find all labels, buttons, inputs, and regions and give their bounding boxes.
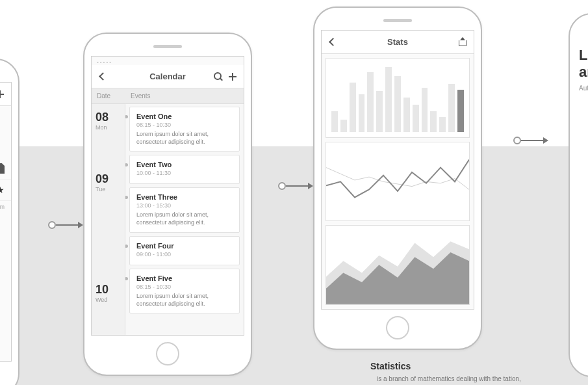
- article-title-fragment: Lore ame: [579, 47, 588, 81]
- event-card[interactable]: Event Three13:00 - 15:30Lorem ipsum dolo…: [129, 187, 240, 232]
- phone-calendar: ••••• Calendar Date Events 08Mon09Tue10W…: [83, 33, 252, 376]
- date-column: 08Mon09Tue10Wed: [92, 104, 125, 336]
- home-button[interactable]: [386, 316, 409, 339]
- date-cell: 10Wed: [92, 276, 125, 336]
- header-stats: Stats: [322, 31, 474, 54]
- add-icon[interactable]: [228, 72, 237, 81]
- phone-fragment-right: Lore ame Author: [569, 13, 588, 377]
- meta-fragment: ectetur: [0, 213, 11, 224]
- bar: [394, 76, 401, 132]
- event-card[interactable]: Event Five08:15 - 10:30Lorem ipsum dolor…: [129, 269, 240, 313]
- header-calendar: Calendar: [92, 65, 244, 88]
- bar: [350, 83, 356, 131]
- bar: [439, 117, 446, 132]
- sidebar-item-files[interactable]: Files: [0, 158, 11, 179]
- sidebar-item-favorites[interactable]: orites ★: [0, 179, 11, 201]
- event-card[interactable]: Event Two10:00 - 11:30: [129, 155, 240, 184]
- flow-arrow: [513, 137, 548, 144]
- bar: [448, 84, 455, 131]
- plus-icon[interactable]: [0, 90, 5, 99]
- screen-calendar: ••••• Calendar Date Events 08Mon09Tue10W…: [91, 56, 244, 336]
- bar: [331, 111, 338, 131]
- col-header-events: Events: [125, 88, 244, 103]
- page-title: Calendar: [124, 72, 211, 81]
- home-button[interactable]: [156, 342, 179, 365]
- meta-time: 34m: [0, 201, 11, 213]
- events-column: Event One08:15 - 10:30Lorem ipsum dolor …: [125, 104, 244, 336]
- bar: [367, 72, 374, 132]
- event-card[interactable]: Event Four09:00 - 11:00: [129, 236, 240, 265]
- back-icon[interactable]: [98, 72, 107, 81]
- phone-fragment-left: Files orites ★ 34m ectetur met, consecte…: [0, 59, 19, 385]
- search-icon[interactable]: [214, 72, 223, 81]
- bar: [376, 91, 383, 132]
- stats-description: is a branch of mathematics dealing with …: [377, 374, 546, 385]
- screen-stats: Stats: [321, 30, 474, 310]
- bar: [359, 94, 365, 132]
- date-cell: 08Mon: [92, 104, 125, 166]
- phone-stats: Stats: [313, 7, 482, 350]
- date-cell: 09Tue: [92, 166, 125, 276]
- col-header-date: Date: [92, 88, 125, 103]
- bar: [403, 98, 410, 131]
- line-chart: [326, 142, 470, 222]
- stats-caption: Statistics: [370, 361, 411, 371]
- bar: [457, 90, 464, 132]
- area-chart: [326, 225, 470, 305]
- bar: [340, 120, 347, 132]
- calendar-subheader: Date Events: [92, 88, 244, 104]
- event-card[interactable]: Event One08:15 - 10:30Lorem ipsum dolor …: [129, 107, 240, 152]
- file-icon: [0, 163, 5, 174]
- flow-arrow: [278, 182, 313, 190]
- article-subtitle: Author: [579, 85, 588, 92]
- bar: [385, 67, 392, 131]
- bar: [430, 111, 437, 131]
- bar: [422, 88, 428, 132]
- bar-chart: [326, 58, 470, 138]
- back-icon[interactable]: [328, 38, 337, 47]
- star-icon: ★: [0, 185, 5, 195]
- flow-arrow: [48, 221, 83, 229]
- share-icon[interactable]: [458, 38, 467, 47]
- page-title: Stats: [354, 37, 441, 47]
- bar: [413, 105, 419, 132]
